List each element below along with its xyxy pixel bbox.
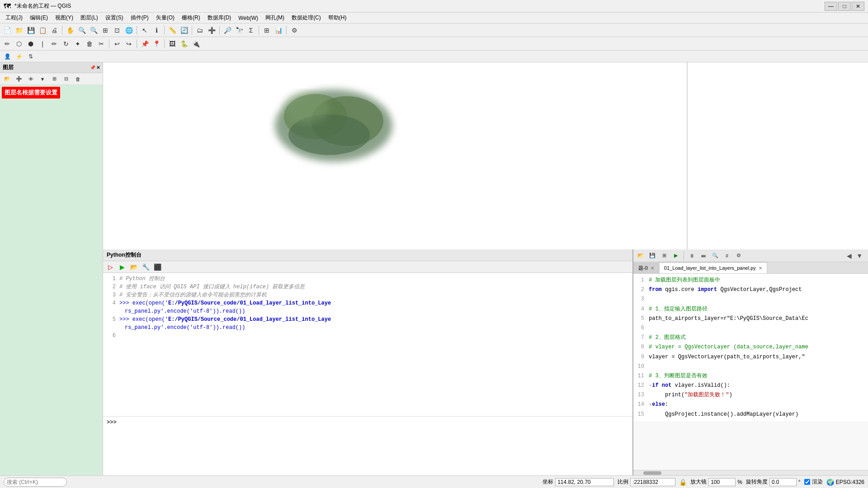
identify-button[interactable]: ℹ bbox=[151, 25, 162, 36]
menu-vector[interactable]: 矢量(O) bbox=[152, 13, 178, 23]
add-line-button[interactable]: ✏ bbox=[49, 38, 60, 49]
console-clear-button[interactable]: ▷ bbox=[105, 262, 116, 272]
filter-layer-button[interactable]: ▼ bbox=[37, 74, 48, 84]
editor-step-button[interactable]: ⏭ bbox=[698, 250, 709, 261]
editor-settings-button[interactable]: ⚙ bbox=[733, 250, 744, 261]
editor-tab-1[interactable]: 01_Load_layer_list_into_Layers_panel.py … bbox=[659, 262, 767, 273]
zoom-in-button[interactable]: 🔍 bbox=[76, 25, 87, 36]
minimize-button[interactable]: — bbox=[825, 2, 837, 11]
editor-open-button[interactable]: 📂 bbox=[635, 250, 646, 261]
move-button[interactable]: ✦ bbox=[72, 38, 83, 49]
menu-view[interactable]: 视图(Y) bbox=[52, 13, 77, 23]
remove-layer-button[interactable]: 🗑 bbox=[72, 74, 83, 84]
editor-save-button[interactable]: 💾 bbox=[647, 250, 658, 261]
edit-button[interactable]: ✏ bbox=[2, 38, 13, 49]
console-run-button[interactable]: ▶ bbox=[117, 262, 127, 272]
expand-layers-button[interactable]: ⊞ bbox=[49, 74, 60, 84]
open-project-button[interactable]: 📁 bbox=[14, 25, 24, 36]
plugin-btn2[interactable]: 🔌 bbox=[190, 38, 201, 49]
epsg-item[interactable]: 🌍 EPSG:4326 bbox=[826, 479, 864, 486]
settings-button[interactable]: ⚙ bbox=[289, 25, 300, 36]
menu-layer[interactable]: 图层(L) bbox=[77, 13, 102, 23]
close-button[interactable]: ✕ bbox=[852, 2, 864, 11]
digitize-snap[interactable]: 📌 bbox=[139, 38, 150, 49]
undo-button[interactable]: ↩ bbox=[112, 38, 123, 49]
menu-project[interactable]: 工程(J) bbox=[2, 13, 26, 23]
console-open-button[interactable]: 📂 bbox=[128, 262, 139, 272]
editor-scrollbar-thumb[interactable] bbox=[643, 471, 661, 475]
menu-raster[interactable]: 栅格(R) bbox=[178, 13, 204, 23]
menu-processing[interactable]: 数据处理(C) bbox=[288, 13, 325, 23]
menu-help[interactable]: 帮助(H) bbox=[325, 13, 350, 23]
vertex-button[interactable]: ⬢ bbox=[25, 38, 36, 49]
editor-nav-prev[interactable]: ◀ bbox=[845, 251, 854, 260]
editor-tab-1-close[interactable]: ✕ bbox=[759, 266, 762, 271]
menu-edit[interactable]: 编辑(E) bbox=[26, 13, 52, 23]
select-feature-button[interactable]: ↖ bbox=[139, 25, 150, 36]
layer-visibility-button[interactable]: 👁 bbox=[25, 74, 36, 84]
map-canvas[interactable] bbox=[103, 62, 687, 249]
scale-input[interactable] bbox=[630, 478, 675, 486]
zoom-full-button[interactable]: 🌐 bbox=[123, 25, 134, 36]
layer-group-button[interactable]: 🗂 bbox=[194, 25, 205, 36]
expand-button[interactable]: ⊞ bbox=[261, 25, 272, 36]
editor-scroll[interactable]: 1 # 加载图层列表到图层面板中 2 from qgis.core import… bbox=[633, 274, 868, 470]
python-button[interactable]: 🐍 bbox=[179, 38, 189, 49]
editor-save-all-button[interactable]: ⊞ bbox=[659, 250, 670, 261]
measure-button[interactable]: 📏 bbox=[167, 25, 178, 36]
editor-run-button[interactable]: ▶ bbox=[670, 250, 681, 261]
lock-icon[interactable]: 🔒 bbox=[679, 479, 687, 486]
zoom-out-button[interactable]: 🔍 bbox=[88, 25, 99, 36]
sidebar-close-icon[interactable]: ✕ bbox=[96, 65, 100, 70]
editor-find-button[interactable]: 🔍 bbox=[710, 250, 721, 261]
menu-plugins[interactable]: 插件(P) bbox=[127, 13, 152, 23]
editor-tab-0[interactable]: 题-0 ✕ bbox=[633, 263, 659, 273]
extra-btn3[interactable]: ⇅ bbox=[25, 51, 36, 62]
coord-input[interactable] bbox=[555, 478, 614, 486]
add-vector-button[interactable]: ➕ bbox=[206, 25, 217, 36]
rotate-button[interactable]: ↻ bbox=[61, 38, 71, 49]
refresh-button[interactable]: 🔄 bbox=[179, 25, 189, 36]
console-settings-button[interactable]: 🔧 bbox=[140, 262, 151, 272]
digitize-snap2[interactable]: 📍 bbox=[151, 38, 162, 49]
console-stop-button[interactable]: ⬛ bbox=[152, 262, 163, 272]
zoom-select-button[interactable]: ⊡ bbox=[112, 25, 123, 36]
open-layer-button[interactable]: 📂 bbox=[2, 74, 13, 84]
pan-map-button[interactable]: ✋ bbox=[65, 25, 75, 36]
menu-settings[interactable]: 设置(S) bbox=[102, 13, 127, 23]
menu-mesh[interactable]: 网孔(M) bbox=[262, 13, 288, 23]
zoom-in2-button[interactable]: 🔎 bbox=[222, 25, 233, 36]
zoom-input[interactable] bbox=[708, 478, 736, 486]
print-button[interactable]: 🖨 bbox=[49, 25, 60, 36]
save-project-button[interactable]: 💾 bbox=[25, 25, 36, 36]
digitize-btn1[interactable]: | bbox=[37, 38, 48, 49]
new-project-button[interactable]: 📄 bbox=[2, 25, 13, 36]
magnifier-button[interactable]: 🔭 bbox=[234, 25, 245, 36]
maximize-button[interactable]: □ bbox=[838, 2, 851, 11]
redo-button[interactable]: ↪ bbox=[123, 38, 134, 49]
menu-web[interactable]: Web(W) bbox=[235, 14, 262, 22]
extra-btn2[interactable]: ⚡ bbox=[14, 51, 24, 62]
editor-tab-0-close[interactable]: ✕ bbox=[651, 266, 654, 271]
chart-button[interactable]: 📊 bbox=[273, 25, 284, 36]
search-input[interactable] bbox=[4, 478, 67, 487]
sidebar-pin-icon[interactable]: 📌 bbox=[90, 65, 95, 70]
editor-hash-button[interactable]: # bbox=[722, 250, 732, 261]
zoom-layer-button[interactable]: ⊞ bbox=[100, 25, 111, 36]
extra-btn1[interactable]: 👤 bbox=[2, 51, 13, 62]
delete-button[interactable]: 🗑 bbox=[84, 38, 95, 49]
sum-button[interactable]: Σ bbox=[245, 25, 256, 36]
rotation-input[interactable] bbox=[769, 478, 797, 486]
menu-database[interactable]: 数据库(D) bbox=[204, 13, 235, 23]
map-canvas-area[interactable] bbox=[103, 62, 687, 249]
node-button[interactable]: ⬡ bbox=[14, 38, 24, 49]
add-group-button[interactable]: ➕ bbox=[14, 74, 24, 84]
editor-debug-button[interactable]: ⏸ bbox=[686, 250, 697, 261]
layer-item[interactable]: 图层名根据需要设置 bbox=[2, 87, 60, 99]
editor-nav-next[interactable]: ▼ bbox=[854, 251, 864, 260]
cut-button[interactable]: ✂ bbox=[96, 38, 107, 49]
save-as-button[interactable]: 📋 bbox=[37, 25, 48, 36]
render-checkbox[interactable] bbox=[804, 479, 810, 485]
editor-scrollbar[interactable] bbox=[633, 470, 868, 475]
collapse-layers-button[interactable]: ⊟ bbox=[61, 74, 71, 84]
